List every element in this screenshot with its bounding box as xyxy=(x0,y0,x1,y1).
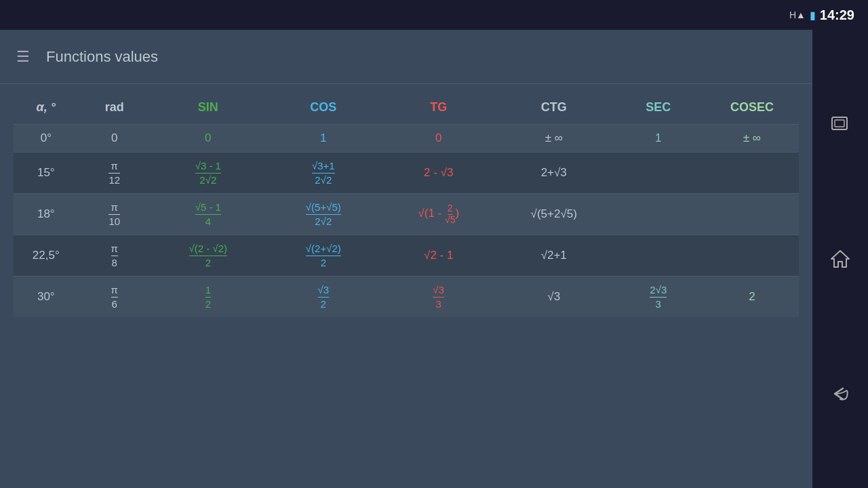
cell-225-tg: √2 - 1 xyxy=(381,235,496,277)
cell-30-ctg: √3 xyxy=(496,277,612,318)
cell-15-cos: √3+1 2√2 xyxy=(266,152,381,194)
cell-15-cosec xyxy=(705,152,799,194)
cell-18-rad: π 10 xyxy=(79,194,151,235)
cell-0-rad: 0 xyxy=(79,125,151,152)
cell-18-ctg: √(5+2√5) xyxy=(496,194,612,235)
cell-30-sec: 2√3 3 xyxy=(612,277,705,318)
table-row: 30° π 6 1 2 xyxy=(14,277,799,318)
table-header-row: α, ° rad SIN COS TG CTG SEC COSEC xyxy=(14,91,799,125)
cell-18-cosec xyxy=(705,194,799,235)
recent-apps-button[interactable] xyxy=(823,107,857,141)
cell-0-sin: 0 xyxy=(151,125,266,152)
cell-225-rad: π 8 xyxy=(79,235,151,277)
cell-15-alpha: 15° xyxy=(14,152,79,194)
status-bar: H▲ ▮ 14:29 xyxy=(0,0,868,30)
cell-225-ctg: √2+1 xyxy=(496,235,612,277)
cell-225-cosec xyxy=(705,235,799,277)
battery-icon: ▮ xyxy=(810,9,816,22)
header-alpha: α, ° xyxy=(14,91,79,125)
cell-18-tg: √(1 - 2√5) xyxy=(381,194,496,235)
cell-18-cos: √(5+√5) 2√2 xyxy=(266,194,381,235)
home-button[interactable] xyxy=(823,242,857,276)
cell-225-sec xyxy=(612,235,705,277)
table-row: 0° 0 0 1 0 ± ∞ 1 ± ∞ xyxy=(14,125,799,152)
table-row: 22,5° π 8 √(2 - √2) 2 xyxy=(14,235,799,277)
cell-0-cos: 1 xyxy=(266,125,381,152)
status-icons: H▲ ▮ 14:29 xyxy=(789,7,854,23)
cell-18-alpha: 18° xyxy=(14,194,79,235)
header-sec: SEC xyxy=(612,91,705,125)
app-title: Functions values xyxy=(46,48,158,66)
cell-15-sin: √3 - 1 2√2 xyxy=(151,152,266,194)
right-nav-panel xyxy=(812,30,868,488)
app-bar: ☰ Functions values xyxy=(0,30,812,84)
cell-18-sin: √5 - 1 4 xyxy=(151,194,266,235)
table-row: 18° π 10 √5 - 1 4 xyxy=(14,194,799,235)
cell-0-ctg: ± ∞ xyxy=(496,125,612,152)
cell-15-ctg: 2+√3 xyxy=(496,152,612,194)
cell-0-cosec: ± ∞ xyxy=(705,125,799,152)
svg-rect-1 xyxy=(835,120,844,127)
cell-30-sin: 1 2 xyxy=(151,277,266,318)
cell-18-sec xyxy=(612,194,705,235)
functions-table: α, ° rad SIN COS TG CTG SEC COSEC 0° 0 0… xyxy=(14,91,799,317)
table-container: α, ° rad SIN COS TG CTG SEC COSEC 0° 0 0… xyxy=(0,84,812,324)
main-content: ☰ Functions values α, ° rad SIN COS TG C… xyxy=(0,30,812,488)
cell-15-rad: π 12 xyxy=(79,152,151,194)
svg-marker-2 xyxy=(831,251,849,267)
cell-30-tg: √3 3 xyxy=(381,277,496,318)
header-tg: TG xyxy=(381,91,496,125)
header-ctg: CTG xyxy=(496,91,612,125)
cell-225-cos: √(2+√2) 2 xyxy=(266,235,381,277)
cell-15-tg: 2 - √3 xyxy=(381,152,496,194)
header-sin: SIN xyxy=(151,91,266,125)
menu-icon[interactable]: ☰ xyxy=(16,48,30,66)
cell-30-alpha: 30° xyxy=(14,277,79,318)
cell-0-sec: 1 xyxy=(612,125,705,152)
header-cosec: COSEC xyxy=(705,91,799,125)
header-cos: COS xyxy=(266,91,381,125)
cell-15-sec xyxy=(612,152,705,194)
back-button[interactable] xyxy=(823,377,857,411)
cell-0-tg: 0 xyxy=(381,125,496,152)
cell-30-cosec: 2 xyxy=(705,277,799,318)
table-row: 15° π 12 √3 - 1 2√2 xyxy=(14,152,799,194)
cell-225-sin: √(2 - √2) 2 xyxy=(151,235,266,277)
cell-30-cos: √3 2 xyxy=(266,277,381,318)
signal-icon: H▲ xyxy=(789,9,806,20)
cell-0-alpha: 0° xyxy=(14,125,79,152)
time-display: 14:29 xyxy=(820,7,854,23)
header-rad: rad xyxy=(79,91,151,125)
cell-225-alpha: 22,5° xyxy=(14,235,79,277)
cell-30-rad: π 6 xyxy=(79,277,151,318)
